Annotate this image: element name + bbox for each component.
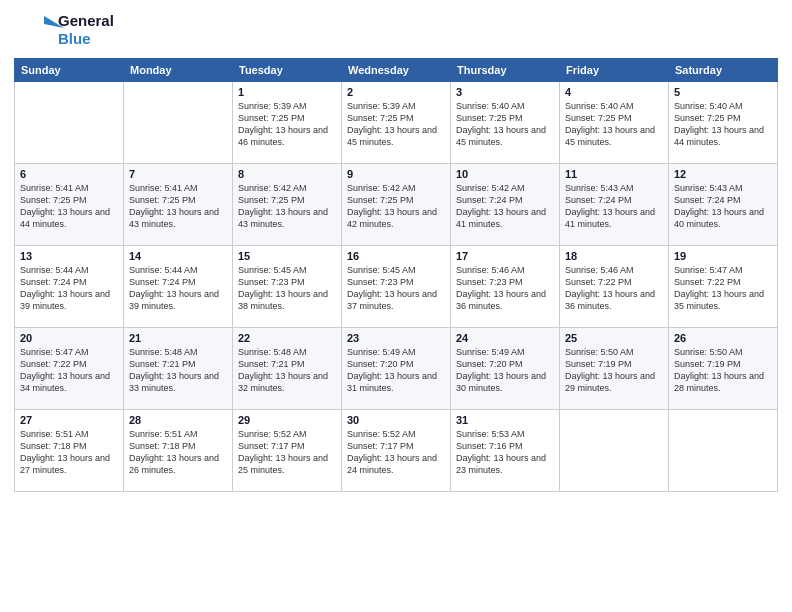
- calendar-day-cell: 16Sunrise: 5:45 AM Sunset: 7:23 PM Dayli…: [342, 246, 451, 328]
- day-info: Sunrise: 5:42 AM Sunset: 7:25 PM Dayligh…: [347, 182, 445, 231]
- calendar-day-cell: 22Sunrise: 5:48 AM Sunset: 7:21 PM Dayli…: [233, 328, 342, 410]
- calendar-day-cell: 15Sunrise: 5:45 AM Sunset: 7:23 PM Dayli…: [233, 246, 342, 328]
- day-info: Sunrise: 5:40 AM Sunset: 7:25 PM Dayligh…: [674, 100, 772, 149]
- day-number: 27: [20, 414, 118, 426]
- day-number: 13: [20, 250, 118, 262]
- calendar-day-cell: [124, 82, 233, 164]
- day-info: Sunrise: 5:43 AM Sunset: 7:24 PM Dayligh…: [674, 182, 772, 231]
- day-info: Sunrise: 5:39 AM Sunset: 7:25 PM Dayligh…: [238, 100, 336, 149]
- day-number: 19: [674, 250, 772, 262]
- day-info: Sunrise: 5:50 AM Sunset: 7:19 PM Dayligh…: [674, 346, 772, 395]
- logo: GeneralBlue: [14, 10, 114, 50]
- page-header: GeneralBlue: [14, 10, 778, 50]
- day-number: 29: [238, 414, 336, 426]
- day-info: Sunrise: 5:46 AM Sunset: 7:23 PM Dayligh…: [456, 264, 554, 313]
- day-info: Sunrise: 5:50 AM Sunset: 7:19 PM Dayligh…: [565, 346, 663, 395]
- day-info: Sunrise: 5:49 AM Sunset: 7:20 PM Dayligh…: [456, 346, 554, 395]
- calendar-day-cell: 11Sunrise: 5:43 AM Sunset: 7:24 PM Dayli…: [560, 164, 669, 246]
- day-info: Sunrise: 5:42 AM Sunset: 7:24 PM Dayligh…: [456, 182, 554, 231]
- day-info: Sunrise: 5:43 AM Sunset: 7:24 PM Dayligh…: [565, 182, 663, 231]
- calendar-day-cell: 14Sunrise: 5:44 AM Sunset: 7:24 PM Dayli…: [124, 246, 233, 328]
- day-info: Sunrise: 5:48 AM Sunset: 7:21 PM Dayligh…: [238, 346, 336, 395]
- day-number: 7: [129, 168, 227, 180]
- day-info: Sunrise: 5:47 AM Sunset: 7:22 PM Dayligh…: [674, 264, 772, 313]
- calendar-week-5: 27Sunrise: 5:51 AM Sunset: 7:18 PM Dayli…: [15, 410, 778, 492]
- day-info: Sunrise: 5:42 AM Sunset: 7:25 PM Dayligh…: [238, 182, 336, 231]
- calendar-table: SundayMondayTuesdayWednesdayThursdayFrid…: [14, 58, 778, 492]
- day-number: 17: [456, 250, 554, 262]
- calendar-day-cell: 13Sunrise: 5:44 AM Sunset: 7:24 PM Dayli…: [15, 246, 124, 328]
- day-number: 26: [674, 332, 772, 344]
- day-info: Sunrise: 5:40 AM Sunset: 7:25 PM Dayligh…: [565, 100, 663, 149]
- calendar-day-cell: 18Sunrise: 5:46 AM Sunset: 7:22 PM Dayli…: [560, 246, 669, 328]
- calendar-day-cell: 7Sunrise: 5:41 AM Sunset: 7:25 PM Daylig…: [124, 164, 233, 246]
- calendar-week-1: 1Sunrise: 5:39 AM Sunset: 7:25 PM Daylig…: [15, 82, 778, 164]
- weekday-header-saturday: Saturday: [669, 59, 778, 82]
- day-number: 15: [238, 250, 336, 262]
- day-info: Sunrise: 5:49 AM Sunset: 7:20 PM Dayligh…: [347, 346, 445, 395]
- calendar-day-cell: 6Sunrise: 5:41 AM Sunset: 7:25 PM Daylig…: [15, 164, 124, 246]
- calendar-day-cell: 10Sunrise: 5:42 AM Sunset: 7:24 PM Dayli…: [451, 164, 560, 246]
- day-number: 4: [565, 86, 663, 98]
- day-number: 5: [674, 86, 772, 98]
- calendar-day-cell: 30Sunrise: 5:52 AM Sunset: 7:17 PM Dayli…: [342, 410, 451, 492]
- day-info: Sunrise: 5:45 AM Sunset: 7:23 PM Dayligh…: [347, 264, 445, 313]
- day-number: 2: [347, 86, 445, 98]
- day-info: Sunrise: 5:48 AM Sunset: 7:21 PM Dayligh…: [129, 346, 227, 395]
- day-number: 20: [20, 332, 118, 344]
- calendar-day-cell: 29Sunrise: 5:52 AM Sunset: 7:17 PM Dayli…: [233, 410, 342, 492]
- calendar-day-cell: 3Sunrise: 5:40 AM Sunset: 7:25 PM Daylig…: [451, 82, 560, 164]
- day-number: 30: [347, 414, 445, 426]
- day-number: 16: [347, 250, 445, 262]
- calendar-week-3: 13Sunrise: 5:44 AM Sunset: 7:24 PM Dayli…: [15, 246, 778, 328]
- day-info: Sunrise: 5:53 AM Sunset: 7:16 PM Dayligh…: [456, 428, 554, 477]
- day-info: Sunrise: 5:41 AM Sunset: 7:25 PM Dayligh…: [20, 182, 118, 231]
- day-number: 28: [129, 414, 227, 426]
- calendar-day-cell: [560, 410, 669, 492]
- calendar-day-cell: 24Sunrise: 5:49 AM Sunset: 7:20 PM Dayli…: [451, 328, 560, 410]
- calendar-week-2: 6Sunrise: 5:41 AM Sunset: 7:25 PM Daylig…: [15, 164, 778, 246]
- weekday-header-sunday: Sunday: [15, 59, 124, 82]
- calendar-week-4: 20Sunrise: 5:47 AM Sunset: 7:22 PM Dayli…: [15, 328, 778, 410]
- calendar-day-cell: 27Sunrise: 5:51 AM Sunset: 7:18 PM Dayli…: [15, 410, 124, 492]
- day-info: Sunrise: 5:52 AM Sunset: 7:17 PM Dayligh…: [347, 428, 445, 477]
- calendar-day-cell: 9Sunrise: 5:42 AM Sunset: 7:25 PM Daylig…: [342, 164, 451, 246]
- calendar-day-cell: 8Sunrise: 5:42 AM Sunset: 7:25 PM Daylig…: [233, 164, 342, 246]
- day-number: 21: [129, 332, 227, 344]
- day-number: 1: [238, 86, 336, 98]
- day-number: 18: [565, 250, 663, 262]
- day-info: Sunrise: 5:44 AM Sunset: 7:24 PM Dayligh…: [20, 264, 118, 313]
- day-info: Sunrise: 5:52 AM Sunset: 7:17 PM Dayligh…: [238, 428, 336, 477]
- weekday-header-wednesday: Wednesday: [342, 59, 451, 82]
- calendar-day-cell: [669, 410, 778, 492]
- day-number: 10: [456, 168, 554, 180]
- day-number: 31: [456, 414, 554, 426]
- calendar-day-cell: 12Sunrise: 5:43 AM Sunset: 7:24 PM Dayli…: [669, 164, 778, 246]
- calendar-day-cell: 5Sunrise: 5:40 AM Sunset: 7:25 PM Daylig…: [669, 82, 778, 164]
- day-info: Sunrise: 5:51 AM Sunset: 7:18 PM Dayligh…: [20, 428, 118, 477]
- day-info: Sunrise: 5:44 AM Sunset: 7:24 PM Dayligh…: [129, 264, 227, 313]
- day-info: Sunrise: 5:47 AM Sunset: 7:22 PM Dayligh…: [20, 346, 118, 395]
- calendar-day-cell: 17Sunrise: 5:46 AM Sunset: 7:23 PM Dayli…: [451, 246, 560, 328]
- calendar-day-cell: 1Sunrise: 5:39 AM Sunset: 7:25 PM Daylig…: [233, 82, 342, 164]
- day-number: 9: [347, 168, 445, 180]
- calendar-day-cell: [15, 82, 124, 164]
- calendar-day-cell: 31Sunrise: 5:53 AM Sunset: 7:16 PM Dayli…: [451, 410, 560, 492]
- weekday-header-thursday: Thursday: [451, 59, 560, 82]
- logo-blue: Blue: [58, 30, 114, 48]
- calendar-day-cell: 26Sunrise: 5:50 AM Sunset: 7:19 PM Dayli…: [669, 328, 778, 410]
- day-number: 24: [456, 332, 554, 344]
- calendar-day-cell: 28Sunrise: 5:51 AM Sunset: 7:18 PM Dayli…: [124, 410, 233, 492]
- calendar-header-row: SundayMondayTuesdayWednesdayThursdayFrid…: [15, 59, 778, 82]
- day-info: Sunrise: 5:46 AM Sunset: 7:22 PM Dayligh…: [565, 264, 663, 313]
- day-number: 25: [565, 332, 663, 344]
- calendar-day-cell: 23Sunrise: 5:49 AM Sunset: 7:20 PM Dayli…: [342, 328, 451, 410]
- weekday-header-friday: Friday: [560, 59, 669, 82]
- day-number: 11: [565, 168, 663, 180]
- calendar-day-cell: 20Sunrise: 5:47 AM Sunset: 7:22 PM Dayli…: [15, 328, 124, 410]
- day-number: 22: [238, 332, 336, 344]
- day-info: Sunrise: 5:51 AM Sunset: 7:18 PM Dayligh…: [129, 428, 227, 477]
- day-number: 12: [674, 168, 772, 180]
- day-number: 8: [238, 168, 336, 180]
- calendar-day-cell: 25Sunrise: 5:50 AM Sunset: 7:19 PM Dayli…: [560, 328, 669, 410]
